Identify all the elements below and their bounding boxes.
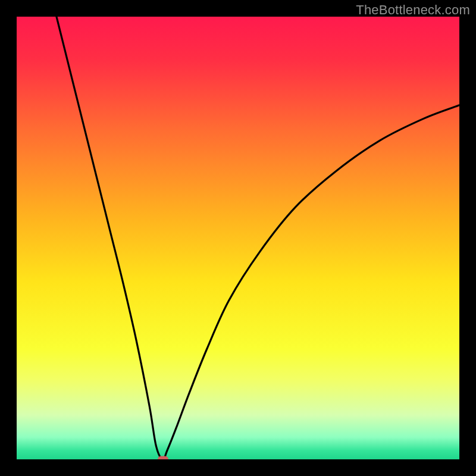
plot-area [17, 17, 459, 459]
background-gradient [17, 17, 459, 459]
watermark-text: TheBottleneck.com [356, 2, 470, 18]
optimal-point-marker [158, 456, 168, 460]
chart-frame: TheBottleneck.com [0, 0, 476, 476]
svg-rect-0 [17, 17, 459, 459]
